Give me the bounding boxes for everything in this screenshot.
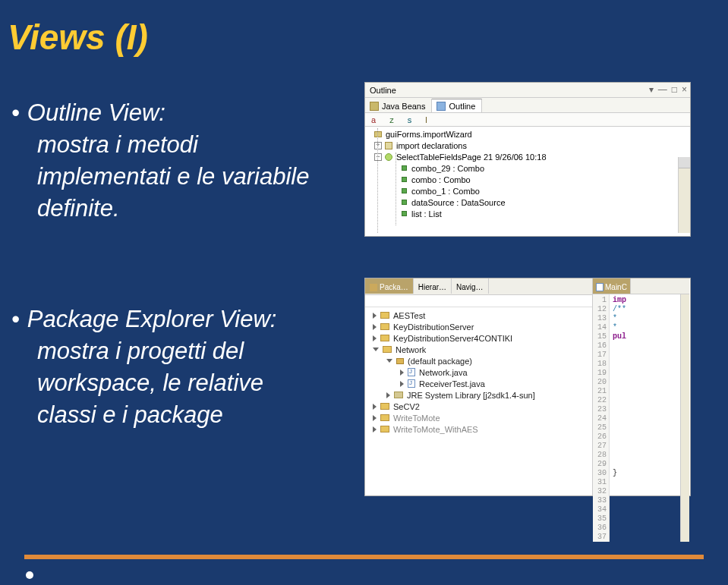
java-file-icon [408, 368, 415, 376]
tree-row[interactable]: Network [367, 344, 591, 355]
editor-tab[interactable]: MainC [593, 278, 631, 294]
tab-package-label: Packa… [380, 283, 408, 291]
import-icon [385, 142, 392, 149]
tree-label: combo : Combo [411, 175, 471, 184]
tree-label: Network [396, 345, 426, 354]
minimize-icon[interactable]: ― [658, 84, 667, 95]
expand-icon[interactable] [373, 404, 377, 410]
tree-label: ReceiverTest.java [419, 379, 485, 388]
screenshots-column: Outline ▾ ― □ × Java Beans Outline [364, 97, 698, 511]
sort-a-icon[interactable]: a [371, 115, 376, 124]
project-icon [380, 414, 389, 421]
bullet-dot: • [11, 97, 20, 129]
bullet1-line3: implementati e le variabile [37, 161, 364, 193]
tree-label: Network.java [419, 368, 468, 377]
expand-icon[interactable] [373, 324, 377, 330]
outline-view-panel: Outline ▾ ― □ × Java Beans Outline [364, 82, 691, 237]
package-tab-icon [370, 284, 377, 291]
tree-row[interactable]: combo : Combo [367, 174, 690, 185]
pkg-tabs: Packa… Hierar… Navig… [365, 278, 592, 295]
tree-row[interactable]: dataSource : DataSource [367, 197, 690, 208]
tree-row[interactable]: WriteToMote_WithAES [367, 423, 591, 435]
footer-bullet [26, 571, 33, 579]
tree-row[interactable]: − SelectTableFieldsPage 21 9/26/06 10:18 [367, 151, 690, 162]
project-icon [380, 323, 389, 330]
package-icon [374, 131, 382, 137]
expand-icon[interactable] [373, 415, 377, 421]
field-icon [402, 177, 407, 182]
field-icon [402, 188, 407, 193]
expand-icon[interactable] [400, 381, 404, 387]
maximize-icon[interactable]: □ [672, 84, 677, 95]
tree-row[interactable]: WriteToMote [367, 412, 591, 423]
collapse-icon[interactable] [373, 348, 379, 351]
project-icon [380, 403, 389, 410]
panel-menu-icon[interactable]: ▾ [649, 84, 654, 95]
bullet2-line4: classi e i package [37, 399, 364, 431]
sort-s-icon[interactable]: s [408, 115, 412, 124]
tree-row[interactable]: JRE System Library [j2sdk1.4-sun] [367, 389, 591, 401]
bullet1-line4: definite. [37, 193, 364, 225]
tab-package[interactable]: Packa… [365, 278, 414, 294]
scrollbar[interactable] [680, 294, 689, 542]
outline-icon [436, 102, 446, 111]
code-comment: * [613, 323, 617, 332]
editor-pane: MainC 1121314151617181920212223242526272… [593, 278, 689, 495]
tree-row[interactable]: AESTest [367, 310, 591, 321]
tab-hierarchy-label: Hierar… [418, 283, 446, 291]
tree-row[interactable]: guiForms.importWizard [367, 128, 690, 140]
tree-row[interactable]: Network.java [367, 366, 591, 378]
tree-label: (default package) [408, 357, 472, 366]
tree-row[interactable]: list : List [367, 208, 690, 219]
collapse-icon[interactable] [386, 359, 392, 363]
outline-sort-bar: a z s l [365, 113, 690, 127]
tree-row[interactable]: SeCV2 [367, 401, 591, 412]
tab-hierarchy[interactable]: Hierar… [414, 278, 452, 294]
sort-z-icon[interactable]: z [389, 115, 394, 124]
tab-navigator[interactable]: Navig… [452, 278, 489, 294]
package-explorer-left: Packa… Hierar… Navig… AESTest KeyDistrib… [365, 278, 593, 495]
project-icon [380, 335, 389, 341]
tree-label: KeyDistributionServer4CONTIKI [393, 334, 512, 343]
outline-panel-title: Outline [370, 86, 396, 95]
tree-row[interactable]: + import declarations [367, 140, 690, 151]
tree-label: list : List [411, 209, 442, 219]
tree-label: AESTest [393, 311, 425, 320]
expand-icon[interactable] [373, 313, 377, 319]
outline-panel-header: Outline ▾ ― □ × [365, 83, 690, 98]
tree-row[interactable]: combo_1 : Combo [367, 185, 690, 197]
tab-outline-label: Outline [449, 102, 475, 111]
package-icon [396, 358, 404, 364]
editor-code: imp /** * * pul } [610, 294, 680, 542]
bullet1-line1: Outline View: [27, 97, 165, 129]
tree-row[interactable]: combo_29 : Combo [367, 162, 690, 174]
tree-row[interactable]: KeyDistributionServer4CONTIKI [367, 332, 591, 344]
close-icon[interactable]: × [682, 84, 687, 95]
library-icon [394, 392, 403, 398]
expand-icon[interactable] [400, 370, 404, 376]
tree-row[interactable]: ReceiverTest.java [367, 378, 591, 389]
tree-label: KeyDistributionServer [393, 322, 474, 332]
tab-outline[interactable]: Outline [432, 99, 482, 112]
footer-rule [24, 555, 704, 559]
bullet-dot: • [11, 304, 20, 335]
field-icon [402, 211, 407, 216]
expand-icon[interactable]: + [374, 142, 382, 149]
expand-icon[interactable] [386, 392, 390, 398]
collapse-icon[interactable]: − [374, 153, 382, 161]
package-tree: AESTest KeyDistributionServer KeyDistrib… [365, 307, 592, 495]
tab-javabeans-label: Java Beans [382, 102, 425, 111]
outline-tree: guiForms.importWizard + import declarati… [365, 127, 690, 233]
expand-icon[interactable] [373, 335, 377, 341]
tree-row[interactable]: (default package) [367, 355, 591, 366]
project-icon [380, 426, 389, 432]
text-column: • Outline View: mostra i metodi implemen… [0, 97, 364, 511]
editor-body[interactable]: 1121314151617181920212223242526272829303… [593, 294, 689, 542]
scrollbar[interactable] [678, 157, 690, 233]
slide-content: • Outline View: mostra i metodi implemen… [0, 97, 728, 511]
tree-row[interactable]: KeyDistributionServer [367, 321, 591, 332]
javabeans-icon [370, 102, 379, 111]
sort-l-icon[interactable]: l [425, 115, 427, 124]
tab-javabeans[interactable]: Java Beans [365, 99, 432, 112]
expand-icon[interactable] [373, 426, 377, 432]
